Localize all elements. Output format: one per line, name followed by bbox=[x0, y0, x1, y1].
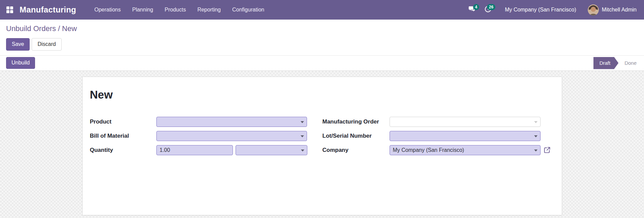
breadcrumb-parent-link[interactable]: Unbuild Orders bbox=[6, 24, 56, 33]
form-grid: Product Bill of Material bbox=[90, 117, 540, 155]
product-dropdown[interactable] bbox=[156, 117, 307, 127]
menu-planning[interactable]: Planning bbox=[127, 4, 158, 16]
apps-grid-icon[interactable] bbox=[6, 6, 14, 14]
product-input[interactable] bbox=[157, 117, 307, 127]
state-done[interactable]: Done bbox=[618, 57, 644, 69]
lot-serial-number-dropdown[interactable] bbox=[390, 131, 541, 141]
field-row-lot-serial: Lot/Serial Number bbox=[323, 131, 541, 141]
manufacturing-order-label: Manufacturing Order bbox=[323, 118, 390, 125]
app-name[interactable]: Manufacturing bbox=[20, 5, 76, 15]
form-column-right: Manufacturing Order Lot/Serial Number bbox=[323, 117, 541, 155]
field-row-bom: Bill of Material bbox=[90, 131, 307, 141]
lot-serial-number-label: Lot/Serial Number bbox=[323, 133, 390, 139]
quantity-field[interactable] bbox=[156, 145, 233, 155]
page: Manufacturing Operations Planning Produc… bbox=[0, 0, 644, 218]
user-avatar bbox=[588, 4, 599, 16]
company-input[interactable] bbox=[390, 145, 540, 155]
state-draft[interactable]: Draft bbox=[593, 57, 619, 69]
messages-count-badge: 4 bbox=[473, 4, 480, 10]
menu-products[interactable]: Products bbox=[160, 4, 190, 16]
menu-configuration[interactable]: Configuration bbox=[227, 4, 269, 16]
manufacturing-order-dropdown[interactable] bbox=[390, 117, 541, 127]
control-panel: Unbuild Orders/New Save Discard bbox=[0, 20, 644, 55]
menu-reporting[interactable]: Reporting bbox=[193, 4, 225, 16]
company-field-cell bbox=[390, 145, 541, 155]
field-row-quantity: Quantity bbox=[90, 145, 307, 155]
record-title: New bbox=[90, 88, 540, 101]
discard-button[interactable]: Discard bbox=[32, 38, 61, 51]
product-field-cell bbox=[156, 117, 307, 127]
breadcrumb-current: New bbox=[62, 24, 77, 33]
state-widget: Draft Done bbox=[593, 57, 644, 69]
form-view-background: New Product Bill of Materia bbox=[0, 71, 644, 218]
lot-serial-number-input[interactable] bbox=[390, 131, 540, 141]
quantity-field-cell bbox=[156, 145, 307, 155]
field-row-manufacturing-order: Manufacturing Order bbox=[323, 117, 541, 127]
user-name: Mitchell Admin bbox=[602, 7, 637, 13]
menu-operations[interactable]: Operations bbox=[90, 4, 125, 16]
form-sheet: New Product Bill of Materia bbox=[82, 77, 562, 215]
messages-button[interactable]: 4 bbox=[465, 4, 479, 16]
field-row-company: Company bbox=[323, 145, 541, 155]
company-dropdown[interactable] bbox=[390, 145, 541, 155]
uom-dropdown[interactable] bbox=[236, 145, 307, 155]
breadcrumb: Unbuild Orders/New bbox=[6, 24, 638, 33]
field-row-product: Product bbox=[90, 117, 307, 127]
activities-button[interactable]: 26 bbox=[481, 4, 495, 16]
unbuild-button[interactable]: Unbuild bbox=[6, 57, 35, 69]
uom-input[interactable] bbox=[236, 145, 307, 155]
lot-field-cell bbox=[390, 131, 541, 141]
quantity-label: Quantity bbox=[90, 147, 156, 154]
manufacturing-order-input[interactable] bbox=[390, 117, 540, 127]
activities-count-badge: 26 bbox=[487, 4, 495, 10]
record-buttons: Save Discard bbox=[6, 38, 638, 51]
top-navbar: Manufacturing Operations Planning Produc… bbox=[0, 0, 644, 20]
breadcrumb-separator: / bbox=[56, 24, 62, 33]
mo-field-cell bbox=[390, 117, 541, 127]
user-menu[interactable]: Mitchell Admin bbox=[588, 4, 638, 16]
external-link-icon[interactable] bbox=[544, 146, 551, 154]
bill-of-material-input[interactable] bbox=[157, 131, 307, 141]
main-menu: Operations Planning Products Reporting C… bbox=[90, 4, 269, 16]
form-statusbar: Unbuild Draft Done bbox=[0, 55, 644, 71]
bill-of-material-label: Bill of Material bbox=[90, 133, 156, 139]
product-label: Product bbox=[90, 118, 156, 125]
bom-field-cell bbox=[156, 131, 307, 141]
quantity-input[interactable] bbox=[157, 145, 233, 155]
company-switcher[interactable]: My Company (San Francisco) bbox=[497, 7, 585, 13]
navbar-right: 4 26 My Company (San Francisco) bbox=[465, 4, 638, 16]
bill-of-material-dropdown[interactable] bbox=[156, 131, 307, 141]
save-button[interactable]: Save bbox=[6, 38, 30, 51]
company-label: Company bbox=[323, 147, 390, 154]
form-column-left: Product Bill of Material bbox=[90, 117, 307, 155]
